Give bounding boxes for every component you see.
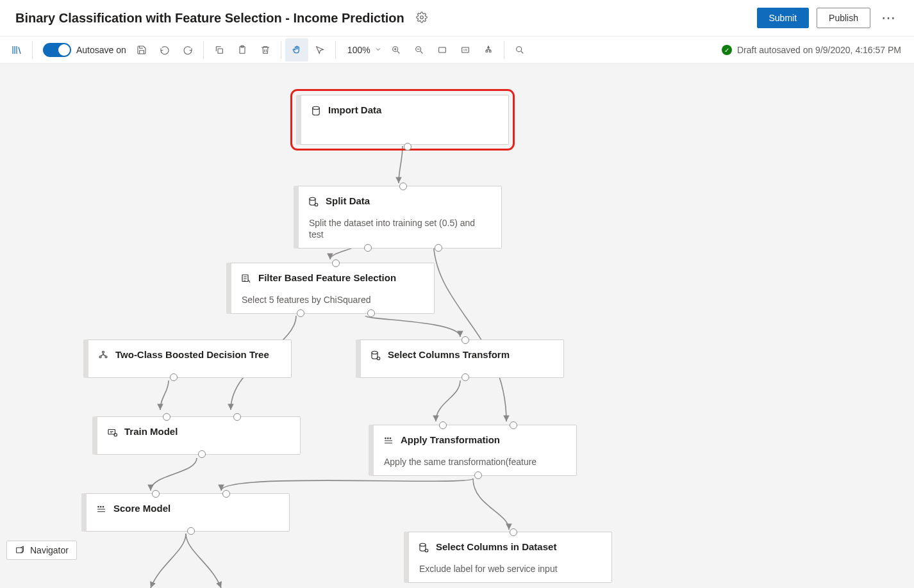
- port-out[interactable]: [474, 471, 482, 479]
- pipeline-canvas[interactable]: Import Data Split Data Split the dataset…: [0, 64, 914, 588]
- svg-point-9: [313, 106, 320, 110]
- node-title: Apply Transformation: [401, 434, 500, 445]
- svg-point-16: [372, 351, 378, 354]
- auto-layout-icon[interactable]: [477, 38, 500, 61]
- pan-icon[interactable]: [285, 38, 308, 61]
- columns-icon: [370, 350, 381, 363]
- svg-rect-1: [218, 49, 222, 53]
- port-in[interactable]: [332, 259, 340, 267]
- svg-point-26: [420, 543, 426, 546]
- node-filter-feature-selection[interactable]: Filter Based Feature Selection Select 5 …: [226, 263, 435, 314]
- zoom-out-icon[interactable]: [408, 38, 431, 61]
- port-in[interactable]: [399, 183, 407, 190]
- score-icon: [96, 503, 107, 517]
- submit-button[interactable]: Submit: [757, 8, 810, 28]
- port-out-1[interactable]: [297, 309, 304, 317]
- paste-icon[interactable]: [231, 38, 254, 61]
- status-text: Draft autosaved on 9/9/2020, 4:16:57 PM: [737, 45, 901, 55]
- port-in-2[interactable]: [222, 490, 230, 498]
- check-icon: ✓: [722, 45, 732, 55]
- navigator-icon: [15, 545, 25, 555]
- node-select-columns-in-dataset[interactable]: Select Columns in Dataset Exclude label …: [404, 532, 612, 583]
- port-in-1[interactable]: [152, 490, 160, 498]
- svg-point-24: [101, 507, 102, 508]
- node-title: Select Columns Transform: [388, 349, 510, 360]
- node-train-model[interactable]: Train Model: [92, 416, 301, 455]
- settings-icon[interactable]: [416, 12, 428, 25]
- port-out[interactable]: [170, 373, 178, 381]
- svg-point-23: [98, 507, 99, 508]
- node-title: Score Model: [113, 503, 170, 514]
- autosave-toggle[interactable]: [43, 43, 71, 57]
- port-out-2[interactable]: [435, 244, 442, 252]
- node-title: Filter Based Feature Selection: [258, 272, 396, 283]
- port-out-1[interactable]: [364, 244, 372, 252]
- database-split-icon: [308, 196, 319, 209]
- publish-button[interactable]: Publish: [817, 8, 870, 28]
- search-icon[interactable]: [508, 38, 531, 61]
- node-score-model[interactable]: Score Model: [81, 493, 290, 532]
- node-split-data[interactable]: Split Data Split the dataset into traini…: [294, 186, 502, 249]
- chevron-down-icon[interactable]: [374, 45, 382, 55]
- zoom-level[interactable]: 100%: [340, 45, 374, 55]
- port-in-1[interactable]: [163, 413, 170, 421]
- actual-size-icon[interactable]: [454, 38, 477, 61]
- undo-icon[interactable]: [153, 38, 176, 61]
- node-import-data[interactable]: Import Data: [296, 95, 509, 145]
- node-two-class-boosted-decision-tree[interactable]: Two-Class Boosted Decision Tree: [83, 339, 292, 378]
- node-subtitle: Select 5 features by ChiSquared: [231, 294, 434, 313]
- port-out-2[interactable]: [367, 309, 375, 317]
- autosave-label: Autosave on: [76, 45, 126, 55]
- autosave-status: ✓ Draft autosaved on 9/9/2020, 4:16:57 P…: [722, 45, 909, 55]
- node-title: Two-Class Boosted Decision Tree: [115, 349, 269, 360]
- train-icon: [106, 427, 118, 440]
- node-subtitle: Exclude label for web service input: [409, 563, 611, 582]
- zoom-in-icon[interactable]: [385, 38, 408, 61]
- node-title: Split Data: [326, 195, 370, 206]
- svg-point-13: [103, 351, 104, 353]
- redo-icon[interactable]: [176, 38, 199, 61]
- port-out[interactable]: [198, 450, 206, 458]
- svg-point-19: [114, 434, 117, 437]
- node-subtitle: Split the dataset into training set (0.5…: [299, 217, 501, 248]
- port-out[interactable]: [461, 373, 469, 381]
- header: Binary Classification with Feature Selec…: [0, 0, 914, 36]
- svg-point-10: [310, 197, 315, 200]
- svg-point-8: [516, 47, 521, 52]
- svg-point-25: [103, 507, 104, 508]
- navigator-label: Navigator: [30, 545, 69, 555]
- port-in-1[interactable]: [439, 421, 447, 429]
- svg-point-21: [388, 438, 389, 439]
- node-apply-transformation[interactable]: Apply Transformation Apply the same tran…: [369, 425, 577, 476]
- tree-icon: [97, 350, 109, 363]
- svg-rect-18: [108, 430, 115, 435]
- fit-to-screen-icon[interactable]: [431, 38, 454, 61]
- node-select-columns-transform[interactable]: Select Columns Transform: [356, 339, 564, 378]
- transform-icon: [383, 435, 394, 448]
- port-in-2[interactable]: [233, 413, 241, 421]
- svg-point-22: [390, 438, 391, 439]
- toolbar: Autosave on 100%: [0, 36, 914, 64]
- page-title: Binary Classification with Feature Selec…: [15, 11, 404, 26]
- svg-rect-7: [461, 47, 469, 53]
- copy-icon[interactable]: [208, 38, 231, 61]
- node-title: Import Data: [328, 104, 381, 115]
- select-icon[interactable]: [308, 38, 331, 61]
- delete-icon[interactable]: [254, 38, 277, 61]
- port-in[interactable]: [461, 336, 469, 344]
- filter-icon: [240, 273, 252, 286]
- more-icon[interactable]: ⋯: [878, 8, 899, 28]
- port-out[interactable]: [187, 527, 195, 535]
- port-in-2[interactable]: [510, 421, 517, 429]
- columns-select-icon: [418, 542, 429, 555]
- database-icon: [310, 105, 322, 118]
- node-title: Train Model: [124, 426, 178, 437]
- navigator-button[interactable]: Navigator: [6, 541, 77, 560]
- svg-point-20: [385, 438, 386, 439]
- svg-rect-6: [438, 47, 445, 53]
- port-in[interactable]: [510, 528, 517, 536]
- svg-point-0: [420, 15, 424, 19]
- save-icon[interactable]: [130, 38, 153, 61]
- port-out[interactable]: [404, 143, 411, 151]
- library-icon[interactable]: [5, 38, 28, 61]
